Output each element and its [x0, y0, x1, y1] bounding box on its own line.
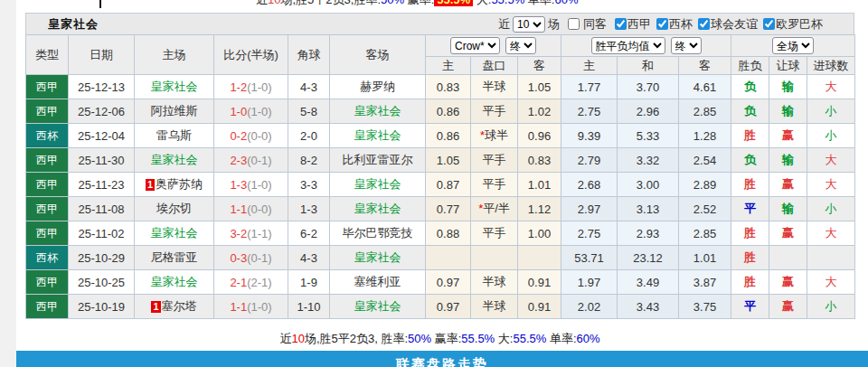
match-row: 西甲25-11-08埃尔切1-1(0-0)1-3皇家社会0.77*平/半1.12…	[26, 197, 855, 221]
league-type-badge: 西杯	[26, 124, 69, 148]
bookmaker-select[interactable]: Crow*	[450, 37, 500, 54]
match-date: 25-12-13	[69, 75, 135, 99]
scope-select[interactable]: 全场	[772, 37, 814, 54]
away-team[interactable]: 皇家社会	[330, 99, 426, 124]
odds-handicap	[471, 246, 518, 270]
league-type-badge: 西甲	[26, 295, 69, 319]
avg-home: 2.79	[561, 148, 618, 173]
fulltime-score: 2-3	[230, 154, 247, 167]
corner-score: 1-10	[288, 295, 330, 319]
league-filter-checkbox[interactable]	[615, 18, 627, 30]
home-team[interactable]: 1奥萨苏纳	[135, 173, 214, 197]
league-type-badge: 西甲	[26, 99, 69, 124]
home-team[interactable]: 皇家社会	[135, 75, 214, 99]
match-date: 25-10-25	[69, 270, 135, 295]
match-score: 2-1(2-1)	[214, 270, 288, 295]
odds-handicap: 半球	[471, 295, 518, 319]
recent-count-select[interactable]: 10	[513, 16, 545, 33]
corner-score: 4-3	[288, 246, 330, 270]
col-header-away: 客场	[330, 35, 426, 75]
odds-handicap: *平/半	[471, 197, 518, 221]
handicap-text: 半球	[483, 299, 506, 313]
handicap-result-cell: 赢	[769, 270, 807, 295]
away-team[interactable]: 皇家社会	[330, 197, 426, 221]
odds-away: 0.83	[518, 148, 561, 173]
match-score: 2-3(0-1)	[214, 148, 288, 173]
avg-home: 1.77	[561, 75, 618, 99]
halftime-score: (1-1)	[247, 227, 271, 240]
fulltime-score: 1-2	[230, 80, 247, 94]
away-team[interactable]: 皇家社会	[330, 124, 426, 148]
avg-draw: 3.13	[618, 197, 679, 221]
col-header-odds-home: 主	[426, 57, 471, 75]
col-header-corner: 角球	[288, 35, 330, 75]
league-type-badge: 西甲	[26, 197, 69, 221]
goals-cell	[807, 246, 855, 270]
avg-draw: 3.00	[618, 173, 679, 197]
result-cell: 平	[731, 197, 769, 221]
away-team[interactable]: 赫罗纳	[330, 75, 426, 99]
top-stats-value: 50%	[381, 0, 404, 6]
away-team-name: 皇家社会	[354, 104, 401, 118]
handicap-result-cell: 输	[769, 197, 807, 221]
league-type-badge: 西甲	[26, 270, 69, 295]
home-team[interactable]: 阿拉维斯	[135, 99, 214, 124]
match-date: 25-11-02	[69, 221, 135, 246]
summary-count: 10	[291, 332, 304, 345]
away-team[interactable]: 皇家社会	[330, 295, 426, 319]
league-filter-checkbox[interactable]	[656, 18, 668, 30]
away-team[interactable]: 皇家社会	[330, 246, 426, 270]
home-team[interactable]: 埃尔切	[135, 197, 214, 221]
handicap-result-cell: 输	[769, 148, 807, 173]
away-team[interactable]: 皇家社会	[330, 173, 426, 197]
home-team[interactable]: 雷乌斯	[135, 124, 214, 148]
result-cell: 负	[731, 148, 769, 173]
odds-home: 0.97	[426, 295, 471, 319]
fulltime-score: 1-1	[230, 202, 247, 216]
league-type-badge: 西杯	[26, 246, 69, 270]
halftime-score: (0-0)	[247, 129, 271, 143]
goals-cell: 小	[807, 197, 855, 221]
same-away-checkbox[interactable]	[568, 18, 580, 30]
odds-away: 1.05	[518, 75, 561, 99]
goals-cell: 大	[807, 75, 855, 99]
avg-stage-select[interactable]: 终	[671, 37, 702, 54]
league-trend-bar: 联赛盘路走势	[16, 351, 868, 367]
home-team[interactable]: 皇家社会	[135, 270, 214, 295]
odds-away: 0.91	[518, 270, 561, 295]
goals-cell: 大	[807, 221, 855, 246]
league-filter-checkbox[interactable]	[698, 18, 710, 30]
match-date: 25-12-04	[69, 124, 135, 148]
odds-stage-select[interactable]: 终	[505, 37, 536, 54]
away-team[interactable]: 毕尔巴鄂竞技	[330, 221, 426, 246]
home-team[interactable]: 尼格雷亚	[135, 246, 214, 270]
home-team[interactable]: 皇家社会	[135, 221, 214, 246]
summary-text: 近	[279, 332, 291, 345]
top-stats-value: 60%	[554, 0, 578, 6]
away-team[interactable]: 塞维利亚	[330, 270, 426, 295]
summary-text: 单率:	[546, 332, 576, 345]
goals-cell: 大	[807, 270, 855, 295]
home-team[interactable]: 皇家社会	[135, 148, 214, 173]
avg-home: 9.39	[561, 124, 618, 148]
avg-away: 2.89	[679, 173, 731, 197]
league-type-badge: 西甲	[26, 173, 69, 197]
odds-away: 1.01	[518, 173, 561, 197]
goals-cell: 大	[807, 148, 855, 173]
top-stats-text: 场,胜5平2负3,胜率:	[280, 0, 381, 6]
home-team[interactable]: 1塞尔塔	[135, 295, 214, 319]
avg-home: 2.68	[561, 173, 618, 197]
handicap-text: 平手	[483, 153, 506, 166]
match-row: 西甲25-12-06阿拉维斯1-0(1-0)5-8皇家社会0.86平手1.022…	[26, 99, 855, 124]
col-header-score: 比分(半场)	[214, 35, 288, 75]
home-team-name: 雷乌斯	[156, 128, 192, 142]
league-filter-checkbox[interactable]	[763, 18, 775, 30]
avg-away: 2.54	[679, 148, 731, 173]
home-team-name: 奥萨苏纳	[156, 177, 203, 191]
match-score: 1-3(1-0)	[214, 173, 288, 197]
away-team[interactable]: 比利亚雷亚尔	[330, 148, 426, 173]
odds-away: 1.00	[518, 221, 561, 246]
avg-type-select[interactable]: 胜平负均值	[591, 37, 665, 54]
clipped-top-stats-line: 近10场,胜5平2负3,胜率:50% 赢率:55.5% 大:55.5% 单率:6…	[256, 0, 853, 9]
corner-score: 3-3	[288, 173, 330, 197]
